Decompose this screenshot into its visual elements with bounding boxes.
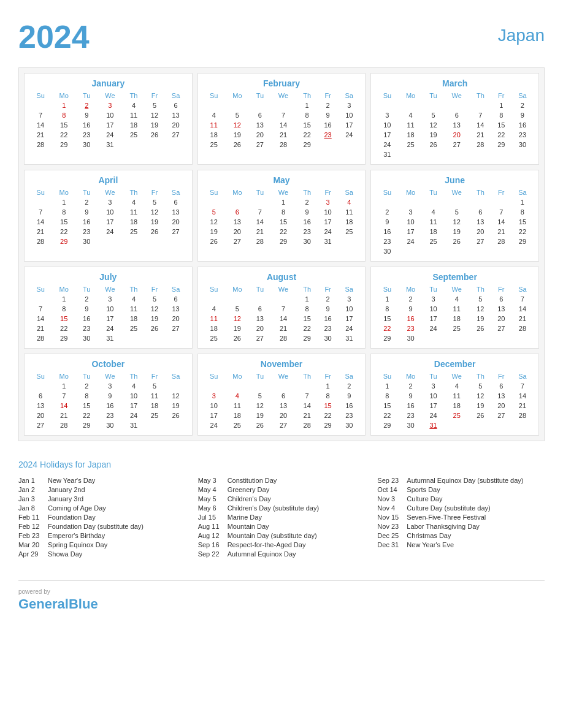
table-row: 24 — [97, 324, 123, 333]
table-row: 13 — [165, 207, 187, 217]
table-row: 22 — [296, 130, 318, 140]
table-row: 17 — [423, 314, 444, 324]
table-row — [470, 197, 491, 207]
table-row: 9 — [338, 391, 360, 401]
table-row: 23 — [76, 130, 97, 140]
day-header: Sa — [511, 371, 534, 381]
table-row: 10 — [423, 304, 444, 314]
list-item: Nov 23Labor Thanksgiving Day — [377, 523, 545, 530]
table-row: 21 — [270, 130, 297, 140]
table-row — [491, 420, 511, 430]
table-row: 29 — [52, 140, 76, 150]
page-header: 2024 Japan — [18, 18, 545, 55]
table-row: 13 — [165, 304, 187, 314]
table-row — [144, 420, 164, 430]
holiday-name: Foundation Day (substitute day) — [48, 523, 144, 530]
table-row — [29, 197, 52, 207]
day-header: We — [270, 91, 297, 100]
table-row: 10 — [203, 401, 225, 411]
table-row: 14 — [491, 217, 511, 227]
table-row: 30 — [76, 237, 97, 246]
table-row: 18 — [423, 227, 444, 237]
table-row: 8 — [511, 207, 534, 217]
month-name-november: November — [203, 359, 361, 369]
table-row: 18 — [338, 217, 360, 227]
powered-by-text: powered by — [18, 588, 545, 595]
table-row: 27 — [443, 140, 470, 150]
table-row — [203, 381, 225, 391]
table-row: 29 — [318, 420, 338, 430]
table-row: 25 — [144, 411, 164, 420]
table-row: 16 — [338, 401, 360, 411]
day-header: Th — [123, 371, 145, 381]
table-row: 27 — [165, 227, 187, 237]
brand-blue: Blue — [69, 596, 98, 612]
table-row: 17 — [398, 227, 423, 237]
table-row: 13 — [165, 110, 187, 120]
day-header: Su — [29, 188, 52, 197]
table-row: 2 — [76, 197, 97, 207]
table-row: 27 — [165, 130, 187, 140]
list-item: May 6Children's Day (substitute day) — [198, 504, 366, 512]
table-row: 8 — [491, 110, 511, 120]
table-row — [398, 150, 423, 159]
table-row: 1 — [296, 100, 318, 110]
table-row — [423, 100, 444, 110]
table-row: 13 — [250, 120, 270, 130]
september-table: Su Mo Tu We Th Fr Sa 1 2 3 4 5 6 7 8 9 1… — [376, 284, 534, 343]
day-header: We — [443, 91, 470, 100]
may-table: Su Mo Tu We Th Fr Sa 1 2 3 4 5 6 7 — [203, 188, 361, 246]
table-row: 8 — [52, 207, 76, 217]
table-row: 23 — [398, 411, 423, 420]
month-name-march: March — [376, 78, 534, 88]
table-row — [491, 333, 511, 343]
table-row: 28 — [29, 140, 52, 150]
table-row: 27 — [250, 333, 270, 343]
day-header: Fr — [318, 188, 338, 197]
day-header: Fr — [318, 284, 338, 294]
table-row: 25 — [123, 227, 145, 237]
table-row: 26 — [144, 130, 164, 140]
table-row — [123, 140, 145, 150]
calendar-grid: January Su Mo Tu We Th Fr Sa 1 2 3 4 5 6 — [18, 67, 545, 441]
month-name-april: April — [29, 175, 187, 185]
day-header: Su — [376, 188, 398, 197]
list-item: Nov 3Culture Day — [377, 495, 545, 502]
table-row: 18 — [443, 314, 470, 324]
table-row: 7 — [511, 294, 534, 304]
day-header: Sa — [511, 91, 534, 100]
holiday-name: Coming of Age Day — [48, 504, 106, 512]
table-row: 28 — [511, 324, 534, 333]
table-row: 2 — [76, 381, 97, 391]
table-row: 26 — [470, 411, 491, 420]
table-row: 12 — [423, 120, 444, 130]
table-row — [270, 381, 297, 391]
table-row: 12 — [144, 110, 164, 120]
table-row: 6 — [165, 294, 187, 304]
table-row: 19 — [144, 217, 164, 227]
table-row: 25 — [123, 130, 145, 140]
table-row: 4 — [443, 381, 470, 391]
day-header: Sa — [165, 188, 187, 197]
day-header: Th — [296, 188, 318, 197]
holiday-date: Oct 14 — [377, 486, 402, 493]
table-row: 11 — [443, 391, 470, 401]
table-row — [423, 150, 444, 159]
table-row: 27 — [29, 420, 52, 430]
table-row: 9 — [376, 217, 398, 227]
holidays-title: 2024 Holidays for Japan — [18, 460, 545, 469]
table-row — [144, 237, 164, 246]
table-row: 5 — [225, 304, 250, 314]
table-row: 18 — [123, 217, 145, 227]
table-row: 9 — [398, 304, 423, 314]
table-row: 10 — [338, 304, 360, 314]
table-row: 30 — [398, 333, 423, 343]
holiday-date: Jan 3 — [18, 495, 43, 502]
table-row — [225, 100, 250, 110]
table-row: 6 — [165, 100, 187, 110]
table-row: 6 — [250, 304, 270, 314]
list-item: Jan 3January 3rd — [18, 495, 186, 502]
table-row: 8 — [270, 207, 297, 217]
table-row: 30 — [376, 246, 398, 256]
list-item: Nov 4Culture Day (substitute day) — [377, 504, 545, 512]
